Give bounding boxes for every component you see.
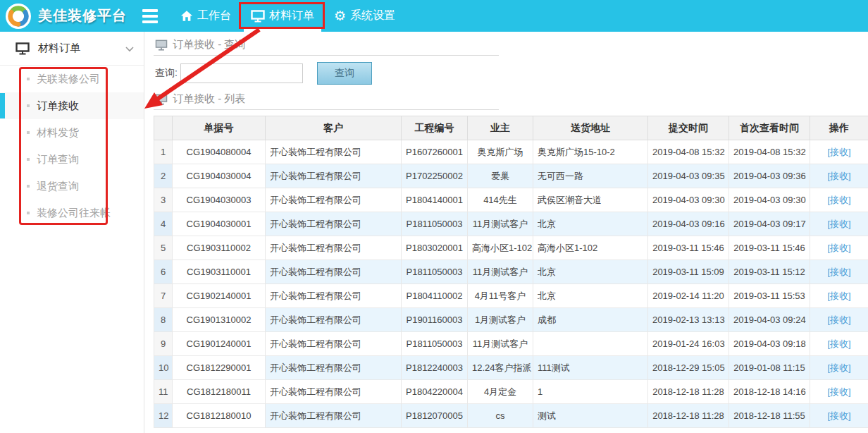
bullet-icon <box>27 78 30 80</box>
sidebar-submenu: 关联装修公司订单接收材料发货订单查询退货查询装修公司往来帐 <box>0 66 144 226</box>
first-view-time-cell: 2019-03-11 15:46 <box>729 236 810 260</box>
receive-link[interactable]: [接收] <box>827 362 850 373</box>
first-view-time-cell: 2019-04-03 09:36 <box>729 164 810 188</box>
hamburger-menu-icon[interactable] <box>142 0 161 32</box>
customer-cell: 开心装饰工程有限公司 <box>266 284 402 308</box>
receive-link[interactable]: [接收] <box>827 219 850 229</box>
delivery-address-cell: 武侯区潮音大道 <box>533 188 648 212</box>
doc-number-cell: CG1812180011 <box>173 380 266 404</box>
nav-item-system-settings[interactable]: ⚙系统设置 <box>324 0 405 32</box>
receive-link[interactable]: [接收] <box>827 171 850 181</box>
owner-cell: 11月测试客户 <box>468 212 533 236</box>
doc-number-cell: CG1812290001 <box>173 356 266 380</box>
sidebar-item-label: 订单查询 <box>37 153 79 166</box>
delivery-address-cell: 高海小区1-102 <box>533 236 648 260</box>
sidebar-item-material-shipping[interactable]: 材料发货 <box>0 119 144 146</box>
row-number: 10 <box>154 356 173 380</box>
home-icon <box>180 10 193 22</box>
submit-time-cell: 2019-02-14 11:20 <box>648 284 729 308</box>
customer-cell: 开心装饰工程有限公司 <box>266 212 402 236</box>
sidebar-item-company-accounts[interactable]: 装修公司往来帐 <box>0 200 144 226</box>
receive-link[interactable]: [接收] <box>827 291 850 301</box>
first-view-time-cell: 2019-04-08 15:32 <box>729 140 810 164</box>
sidebar-item-return-query[interactable]: 退货查询 <box>0 173 144 200</box>
query-section-title: 订单接收 - 查询 <box>173 38 245 51</box>
submit-time-cell: 2018-12-18 11:28 <box>648 404 729 428</box>
first-view-time-cell: 2019-04-03 09:30 <box>729 188 810 212</box>
owner-cell: 奥克斯广场 <box>468 140 533 164</box>
app-window: 美佳装修平台 工作台材料订单⚙系统设置 材料订单 关联装修公司订单接收材 <box>0 0 868 433</box>
project-code-cell: P1812240003 <box>402 356 468 380</box>
submit-time-cell: 2019-03-11 15:09 <box>648 260 729 284</box>
table-row: 12CG1812180010开心装饰工程有限公司P1812070005cs测试2… <box>154 404 868 428</box>
action-cell: [接收] <box>810 188 868 212</box>
project-code-cell: P1607260001 <box>402 140 468 164</box>
submit-time-cell: 2019-03-11 15:46 <box>648 236 729 260</box>
receive-link[interactable]: [接收] <box>827 147 850 157</box>
action-cell: [接收] <box>810 380 868 404</box>
receive-link[interactable]: [接收] <box>827 386 850 397</box>
nav-item-material-orders[interactable]: 材料订单 <box>241 0 324 32</box>
table-row: 4CG1904030001开心装饰工程有限公司P181105000311月测试客… <box>154 212 868 236</box>
submit-time-cell: 2018-12-18 11:28 <box>648 380 729 404</box>
receive-link[interactable]: [接收] <box>827 410 850 421</box>
doc-number-cell: CG1903110002 <box>173 236 266 260</box>
doc-number-cell: CG1901240001 <box>173 332 266 356</box>
submit-time-cell: 2019-04-03 09:16 <box>648 212 729 236</box>
main-content: 订单接收 - 查询 查询: 查询 订单接收 - 列表 单据号客户工程编号业主送 <box>145 32 868 433</box>
sidebar-item-order-receive[interactable]: 订单接收 <box>0 92 144 119</box>
column-header: 业主 <box>468 116 533 140</box>
gear-icon: ⚙ <box>334 9 346 23</box>
table-body: 1CG1904080004开心装饰工程有限公司P1607260001奥克斯广场奥… <box>154 140 868 428</box>
bullet-icon <box>27 158 30 161</box>
action-cell: [接收] <box>810 332 868 356</box>
submit-time-cell: 2019-04-03 09:30 <box>648 188 729 212</box>
first-view-time-cell: 2019-04-03 09:24 <box>729 308 810 332</box>
first-view-time-cell: 2019-03-11 15:12 <box>729 260 810 284</box>
row-number: 6 <box>154 260 173 284</box>
owner-cell: 4月定金 <box>468 380 533 404</box>
sidebar-item-linked-companies[interactable]: 关联装修公司 <box>0 66 144 92</box>
submit-time-cell: 2019-02-13 13:13 <box>648 308 729 332</box>
owner-cell: 爱巢 <box>468 164 533 188</box>
first-view-time-cell: 2019-04-03 09:18 <box>729 332 810 356</box>
doc-number-cell: CG1904080004 <box>173 140 266 164</box>
owner-cell: 1月测试客户 <box>468 308 533 332</box>
receive-link[interactable]: [接收] <box>827 315 850 325</box>
project-code-cell: P1804110002 <box>402 284 468 308</box>
row-number: 8 <box>154 308 173 332</box>
project-code-cell: P1811050003 <box>402 260 468 284</box>
query-form: 查询: 查询 <box>155 62 868 85</box>
sidebar-item-label: 订单接收 <box>37 99 79 113</box>
delivery-address-cell: 测试 <box>533 404 648 428</box>
row-number: 5 <box>154 236 173 260</box>
sidebar-item-label: 退货查询 <box>37 180 79 193</box>
nav-item-workbench[interactable]: 工作台 <box>170 0 241 32</box>
table-header-row: 单据号客户工程编号业主送货地址提交时间首次查看时间操作 <box>154 116 868 140</box>
doc-number-cell: CG1903110001 <box>173 260 266 284</box>
list-section-header: 订单接收 - 列表 <box>154 90 499 110</box>
delivery-address-cell: 成都 <box>533 308 648 332</box>
project-code-cell: P1803020001 <box>402 236 468 260</box>
sidebar-item-order-query[interactable]: 订单查询 <box>0 146 144 173</box>
table-row: 11CG1812180011开心装饰工程有限公司P18042200044月定金1… <box>154 380 868 404</box>
project-code-cell: P1812070005 <box>402 404 468 428</box>
project-code-cell: P1811050003 <box>402 212 468 236</box>
sidebar-group-label: 材料订单 <box>38 42 117 55</box>
owner-cell: 12.24客户指派 <box>468 356 533 380</box>
owner-cell: 4月11号客户 <box>468 284 533 308</box>
receive-link[interactable]: [接收] <box>827 267 850 277</box>
receive-link[interactable]: [接收] <box>827 339 850 349</box>
customer-cell: 开心装饰工程有限公司 <box>266 332 402 356</box>
receive-link[interactable]: [接收] <box>827 195 850 205</box>
row-number: 2 <box>154 164 173 188</box>
action-cell: [接收] <box>810 308 868 332</box>
query-input[interactable] <box>180 63 303 83</box>
customer-cell: 开心装饰工程有限公司 <box>266 404 402 428</box>
query-button[interactable]: 查询 <box>317 62 372 85</box>
sidebar-group-material-orders[interactable]: 材料订单 <box>0 32 144 66</box>
receive-link[interactable]: [接收] <box>827 243 850 253</box>
first-view-time-cell: 2019-01-08 11:15 <box>729 356 810 380</box>
doc-number-cell: CG1904030001 <box>173 212 266 236</box>
column-header <box>154 116 173 140</box>
